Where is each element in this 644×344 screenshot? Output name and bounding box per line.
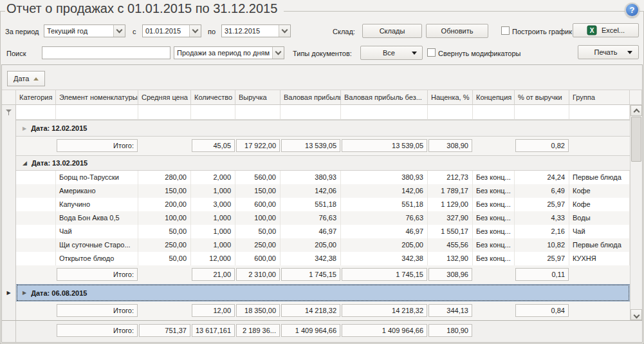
dropdown-arrow-icon — [627, 51, 632, 54]
cell-revenue-pct: 4,33 — [515, 211, 569, 225]
filter-cell-gross-profit[interactable] — [281, 105, 341, 120]
cell-gross-profit-wo: 76,63 — [341, 211, 428, 225]
cell-gross-profit-wo: 342,38 — [341, 252, 428, 265]
col-avg-price[interactable]: Средняя цена — [138, 90, 191, 105]
table-row[interactable]: Вода Бон Аква 0,5 100,00 1,000 100,00 76… — [2, 211, 630, 225]
col-quantity[interactable]: Количество — [191, 90, 235, 105]
build-chart-checkbox[interactable] — [501, 26, 510, 35]
col-gross-profit-wo[interactable]: Валовая прибыль без... — [341, 90, 428, 105]
refresh-button[interactable]: Обновить — [426, 24, 488, 38]
cell-markup: 1 789,17 — [428, 184, 473, 198]
stores-button[interactable]: Склады — [362, 24, 422, 38]
print-button[interactable]: Печать — [578, 45, 639, 59]
group-row-12-02-2015[interactable]: ▶ Дата: 12.02.2015 — [2, 120, 630, 137]
cell-revenue-pct: 2,16 — [515, 225, 569, 238]
period-label: За период — [5, 28, 39, 35]
doc-types-select[interactable]: Все — [360, 46, 423, 60]
filter-cell-item[interactable] — [56, 105, 138, 120]
total-gross-profit-wo: 14 218,32 — [342, 304, 427, 317]
current-row-arrow-icon: ▶ — [6, 290, 10, 296]
chevron-down-icon — [189, 25, 201, 37]
expand-icon[interactable]: ▶ — [23, 126, 26, 131]
cell-item: Чай — [56, 225, 138, 238]
table-row[interactable]: Капучино 200,00 3,000 600,00 551,18 551,… — [2, 198, 630, 211]
group-row-13-02-2015[interactable]: ◢ Дата: 13.02.2015 — [2, 155, 630, 171]
col-concept[interactable]: Концепция — [473, 90, 515, 105]
table-row[interactable]: Чай 50,00 1,000 50,00 46,97 46,97 1 550,… — [2, 225, 630, 238]
cell-revenue: 250,00 — [235, 238, 281, 252]
cell-avg-price: 250,00 — [138, 238, 191, 252]
table-row[interactable]: Открытое блюдо 50,00 12,000 600,00 342,3… — [2, 252, 630, 265]
table-row[interactable]: Американо 150,00 1,000 150,00 142,06 142… — [2, 184, 630, 198]
help-icon[interactable]: ? — [625, 3, 639, 17]
group-total-row-13-02: Итого: 21,00 2 310,00 1 745,15 1 745,15 … — [2, 265, 630, 284]
grand-total-row: Итого: 751,37 13 617,161 2 189 36... 1 4… — [2, 320, 642, 342]
cell-item: Вода Бон Аква 0,5 — [56, 211, 138, 225]
filter-row — [2, 105, 630, 120]
cell-revenue: 150,00 — [235, 184, 281, 198]
filter-cell-revenue[interactable] — [235, 105, 281, 120]
date-from-picker[interactable]: 01.01.2015 — [142, 24, 201, 37]
collapse-modifiers-label: Свернуть модификаторы — [438, 50, 520, 57]
col-revenue-pct[interactable]: % от выручки — [515, 90, 569, 105]
filter-cell-category[interactable] — [16, 105, 56, 120]
cell-concept: Без конц... — [473, 171, 515, 184]
chevron-down-icon — [113, 25, 125, 37]
period-select[interactable]: Текущий год — [44, 24, 125, 37]
cell-avg-price: 50,00 — [138, 225, 191, 238]
filter-cell-avg-price[interactable] — [138, 105, 191, 120]
filter-row-indicator — [2, 105, 16, 120]
sort-asc-icon — [33, 77, 39, 81]
col-gross-profit[interactable]: Валовая прибыль — [281, 90, 341, 105]
collapse-icon[interactable]: ◢ — [23, 160, 27, 166]
cell-avg-price: 280,00 — [138, 171, 191, 184]
filter-cell-revenue-pct[interactable] — [515, 105, 569, 120]
search-input[interactable] — [42, 46, 170, 59]
total-gross-profit: 13 539,05 — [281, 139, 340, 152]
scroll-up-button[interactable] — [630, 105, 642, 116]
collapse-modifiers-checkbox[interactable] — [427, 48, 436, 57]
excel-button[interactable]: X Excel... — [573, 23, 639, 37]
group-panel: Дата — [2, 65, 642, 90]
chevron-down-icon — [279, 25, 290, 37]
cell-group: Первые блюда — [569, 238, 630, 252]
total-gross-profit: 1 745,15 — [281, 268, 340, 281]
cell-markup: 455,56 — [428, 238, 473, 252]
col-revenue[interactable]: Выручка — [235, 90, 281, 105]
expand-icon[interactable]: ▶ — [23, 290, 26, 296]
grand-total-label: Итого: — [57, 324, 138, 337]
date-to-picker[interactable]: 31.12.2015 — [221, 24, 291, 37]
filter-cell-gross-profit-wo[interactable] — [341, 105, 428, 120]
scroll-down-button[interactable] — [630, 309, 642, 320]
filter-cell-quantity[interactable] — [191, 105, 235, 120]
report-view-select[interactable]: Продажи за период по дням — [174, 46, 284, 59]
total-revenue: 2 310,00 — [236, 268, 280, 281]
vertical-scrollbar[interactable] — [630, 105, 642, 320]
group-total-row-06-08: Итого: 12,00 18 350,00 14 218,32 14 218,… — [2, 301, 630, 320]
col-category[interactable]: Категория — [16, 90, 56, 105]
group-by-date-chip[interactable]: Дата — [7, 71, 45, 86]
filter-cell-group[interactable] — [569, 105, 630, 120]
cell-quantity: 3,000 — [191, 198, 235, 211]
filter-cell-concept[interactable] — [473, 105, 515, 120]
cell-markup: 132,90 — [428, 252, 473, 265]
group-row-06-08-2015[interactable]: ▶ ▶ Дата: 06.08.2015 — [2, 284, 630, 301]
group-row-label: Дата: 12.02.2015 — [31, 124, 87, 132]
col-group[interactable]: Группа — [569, 90, 630, 105]
cell-gross-profit-wo: 551,18 — [341, 198, 428, 211]
to-label: по — [208, 28, 216, 35]
cell-group: Первые блюда — [569, 171, 630, 184]
total-revenue: 17 922,00 — [236, 139, 280, 152]
table-row[interactable]: Борщ по-Тарусски 280,00 2,000 560,00 380… — [2, 171, 630, 184]
scrollbar-thumb[interactable] — [631, 117, 641, 162]
cell-group: Кофе — [569, 184, 630, 198]
excel-icon: X — [587, 25, 597, 35]
filter-cell-markup[interactable] — [428, 105, 473, 120]
period-value: Текущий год — [44, 25, 113, 37]
col-item[interactable]: Элемент номенклатуры — [56, 90, 138, 105]
col-markup[interactable]: Наценка, % — [428, 90, 473, 105]
total-gross-profit-wo: 1 745,15 — [342, 268, 427, 281]
grid-rows-area: ▶ Дата: 12.02.2015 Итого: 45,05 17 922,0… — [2, 105, 630, 320]
cell-gross-profit-wo: 205,00 — [341, 238, 428, 252]
table-row[interactable]: Щи суточные Старо... 250,00 1,000 250,00… — [2, 238, 630, 252]
